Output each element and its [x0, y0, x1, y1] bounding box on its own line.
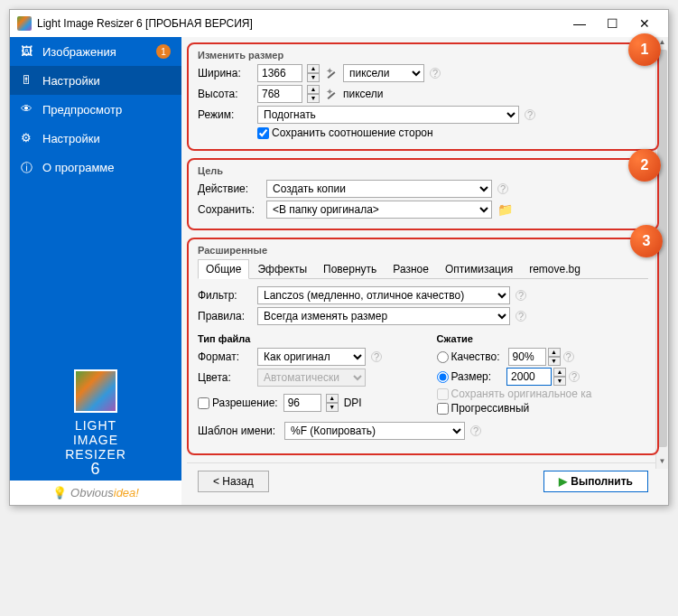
name-template-select[interactable]: %F (Копировать)	[284, 422, 465, 440]
help-icon[interactable]: ?	[497, 183, 508, 194]
keep-original-checkbox: Сохранять оригинальное ка	[437, 387, 649, 400]
mode-label: Режим:	[198, 108, 252, 121]
bulb-icon: 💡	[52, 486, 67, 499]
progressive-checkbox[interactable]: Прогрессивный	[437, 402, 649, 415]
tab-effects[interactable]: Эффекты	[249, 259, 315, 278]
dpi-label: DPI	[344, 397, 362, 409]
window-title: Light Image Resizer 6 [ПРОБНАЯ ВЕРСИЯ]	[37, 17, 563, 30]
sidebar-label: Настройки	[42, 74, 100, 88]
action-select[interactable]: Создать копии	[266, 180, 492, 198]
sidebar-label: Предпросмотр	[42, 103, 122, 117]
wand-icon[interactable]	[325, 67, 338, 79]
images-icon: 🖼	[21, 44, 35, 59]
sidebar-label: О программе	[42, 161, 115, 174]
minimize-button[interactable]: ―	[563, 14, 596, 33]
resolution-input[interactable]	[283, 394, 321, 412]
logo-icon	[74, 369, 117, 413]
format-label: Формат:	[198, 350, 252, 363]
save-select[interactable]: <В папку оригинала>	[266, 201, 492, 219]
gear-icon: ⚙	[21, 131, 35, 145]
quality-radio[interactable]	[437, 351, 449, 363]
sliders-icon: 🎚	[21, 73, 35, 88]
folder-icon[interactable]: 📁	[497, 202, 513, 217]
target-section: 2 Цель Действие: Создать копии ? Сохрани…	[187, 158, 659, 230]
help-icon[interactable]: ?	[430, 68, 441, 79]
advanced-tabs: Общие Эффекты Повернуть Разное Оптимизац…	[198, 259, 648, 279]
info-icon: ⓘ	[21, 160, 35, 174]
sidebar: 🖼 Изображения 1 🎚 Настройки 👁 Предпросмо…	[10, 37, 181, 505]
sizekb-label: Размер:	[451, 370, 492, 383]
resize-title: Изменить размер	[198, 50, 648, 61]
help-icon[interactable]: ?	[371, 351, 382, 362]
sizekb-input[interactable]	[506, 368, 552, 386]
help-icon[interactable]: ?	[515, 290, 526, 301]
callout-2: 2	[628, 149, 661, 182]
help-icon[interactable]: ?	[525, 109, 535, 120]
width-label: Ширина:	[198, 67, 252, 79]
callout-3: 3	[630, 225, 663, 257]
help-icon[interactable]: ?	[470, 425, 481, 436]
sidebar-item-preview[interactable]: 👁 Предпросмотр	[10, 95, 181, 124]
width-spinner[interactable]: ▲▼	[307, 64, 320, 82]
format-select[interactable]: Как оригинал	[257, 348, 366, 366]
height-unit-label: пиксели	[343, 88, 384, 100]
callout-1: 1	[628, 33, 661, 66]
images-badge: 1	[156, 44, 171, 59]
save-label: Сохранить:	[198, 203, 261, 216]
quality-spinner[interactable]: ▲▼	[548, 348, 561, 366]
close-button[interactable]: ✕	[628, 14, 661, 33]
filter-select[interactable]: Lanczos (медленно, отличное качество)	[257, 286, 510, 304]
colors-select: Автоматически	[257, 369, 366, 387]
target-title: Цель	[198, 165, 648, 176]
rules-select[interactable]: Всегда изменять размер	[257, 307, 510, 325]
action-label: Действие:	[198, 182, 261, 195]
height-label: Высота:	[198, 88, 252, 100]
resolution-checkbox[interactable]: Разрешение:	[198, 397, 278, 409]
sidebar-item-images[interactable]: 🖼 Изображения 1	[10, 37, 181, 66]
back-button[interactable]: < Назад	[198, 471, 269, 492]
sidebar-item-prefs[interactable]: ⚙ Настройки	[10, 124, 181, 153]
tab-optimization[interactable]: Оптимизация	[437, 259, 521, 278]
name-template-label: Шаблон имени:	[198, 425, 279, 437]
width-unit-select[interactable]: пиксели	[343, 64, 424, 82]
app-window: Light Image Resizer 6 [ПРОБНАЯ ВЕРСИЯ] ―…	[9, 9, 669, 506]
filetype-heading: Тип файла	[198, 333, 410, 344]
logo-text: LIGHT IMAGE RESIZER 6	[10, 418, 181, 476]
scroll-down-icon[interactable]: ▼	[658, 457, 666, 468]
tab-removebg[interactable]: remove.bg	[521, 259, 589, 278]
titlebar: Light Image Resizer 6 [ПРОБНАЯ ВЕРСИЯ] ―…	[10, 10, 668, 37]
help-icon[interactable]: ?	[569, 371, 580, 382]
sidebar-item-settings[interactable]: 🎚 Настройки	[10, 66, 181, 95]
quality-label: Качество:	[451, 350, 500, 363]
logo-block: LIGHT IMAGE RESIZER 6	[10, 351, 181, 481]
tab-misc[interactable]: Разное	[385, 259, 437, 278]
tab-rotate[interactable]: Повернуть	[315, 259, 385, 278]
help-icon[interactable]: ?	[563, 351, 574, 362]
sidebar-label: Настройки	[42, 132, 100, 145]
height-spinner[interactable]: ▲▼	[307, 85, 320, 103]
tab-general[interactable]: Общие	[198, 259, 249, 279]
brand-footer[interactable]: 💡 Obviousidea!	[10, 481, 181, 505]
width-input[interactable]	[257, 64, 302, 82]
sizekb-spinner[interactable]: ▲▼	[553, 368, 566, 386]
mode-select[interactable]: Подогнать	[257, 106, 519, 124]
run-button[interactable]: ▶ Выполнить	[543, 471, 648, 492]
quality-input[interactable]	[508, 348, 546, 366]
wand-icon[interactable]	[325, 88, 338, 100]
advanced-title: Расширенные	[198, 245, 648, 256]
sidebar-item-about[interactable]: ⓘ О программе	[10, 153, 181, 182]
eye-icon: 👁	[21, 102, 35, 117]
resolution-spinner[interactable]: ▲▼	[326, 394, 339, 412]
height-input[interactable]	[257, 85, 302, 103]
filter-label: Фильтр:	[198, 289, 252, 302]
size-radio[interactable]	[437, 371, 449, 383]
resize-section: 1 Изменить размер Ширина: ▲▼ пиксели ? В…	[187, 42, 659, 151]
advanced-section: 3 Расширенные Общие Эффекты Повернуть Ра…	[187, 238, 659, 455]
play-icon: ▶	[559, 475, 567, 488]
keep-ratio-checkbox[interactable]: Сохранить соотношение сторон	[257, 126, 433, 139]
help-icon[interactable]: ?	[515, 311, 526, 322]
sidebar-label: Изображения	[42, 45, 116, 59]
maximize-button[interactable]: ☐	[596, 14, 628, 33]
content-area: ▲ ▼ 1 Изменить размер Ширина: ▲▼ пиксели…	[181, 37, 668, 505]
app-icon	[17, 16, 32, 31]
